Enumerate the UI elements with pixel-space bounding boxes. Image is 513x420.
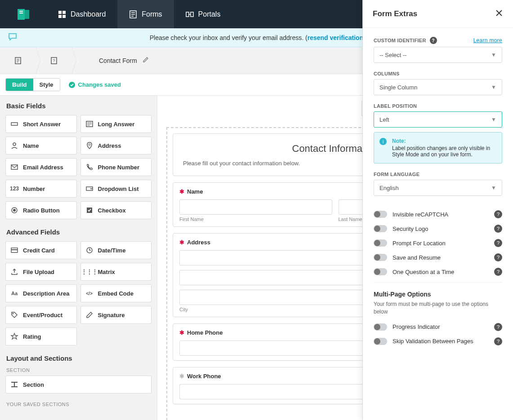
help-icon[interactable]: ? <box>494 225 502 233</box>
section-field-button[interactable]: Section <box>5 376 152 393</box>
logo-icon <box>16 7 31 22</box>
field-signature[interactable]: Signature <box>80 306 152 324</box>
form-icon <box>14 57 22 65</box>
portals-icon <box>186 10 194 18</box>
help-icon[interactable]: ? <box>494 323 502 331</box>
field-address[interactable]: Address <box>80 137 152 155</box>
toggle-switch[interactable] <box>374 338 387 345</box>
field-dropdown-list[interactable]: Dropdown List <box>80 180 152 198</box>
toggle-switch[interactable] <box>374 225 387 232</box>
toggle-row-save-and-resume: Save and Resume? <box>374 253 502 261</box>
field-radio-button[interactable]: Radio Button <box>5 201 77 219</box>
short-icon <box>10 120 18 128</box>
field-date-time[interactable]: Date/Time <box>80 241 152 259</box>
nav-portals-label: Portals <box>198 10 221 18</box>
help-form-icon: ? <box>50 57 58 65</box>
help-icon[interactable]: ? <box>494 210 502 218</box>
dashboard-icon <box>58 10 66 18</box>
first-name-input[interactable] <box>179 199 332 215</box>
star-icon <box>10 332 18 340</box>
toggle-switch[interactable] <box>374 211 387 218</box>
code-icon: </> <box>85 289 94 297</box>
language-select[interactable]: English▼ <box>374 180 502 196</box>
field-number[interactable]: 123Number <box>5 180 77 198</box>
mail-icon <box>10 163 18 171</box>
form-language-label: FORM LANGUAGE <box>374 172 502 177</box>
required-icon: ✱ <box>179 239 184 246</box>
toggle-row-progress-indicator: Progress Indicator? <box>374 323 502 331</box>
resend-link[interactable]: resend verification <box>308 34 364 41</box>
logo[interactable] <box>0 0 46 28</box>
edit-title-icon[interactable] <box>143 57 149 64</box>
pin-icon <box>85 141 94 150</box>
label-position-select[interactable]: Left▼ <box>374 111 502 128</box>
help-icon[interactable]: ? <box>494 268 502 276</box>
field-rating[interactable]: Rating <box>5 327 77 345</box>
toggle-row-invisible-recaptcha: Invisible reCAPTCHA? <box>374 210 502 218</box>
svg-rect-4 <box>58 11 62 14</box>
field-email-address[interactable]: Email Address <box>5 158 77 176</box>
breadcrumb-title: Contact Form <box>72 57 149 64</box>
field-long-answer[interactable]: Long Answer <box>80 115 152 133</box>
help-icon[interactable]: ? <box>494 239 502 247</box>
saved-sections-label: YOUR SAVED SECTIONS <box>6 402 151 407</box>
toggle-switch[interactable] <box>374 268 387 275</box>
fields-sidebar: Basic Fields Short AnswerLong AnswerName… <box>0 96 157 420</box>
svg-rect-6 <box>58 15 62 18</box>
help-icon[interactable]: ? <box>494 253 502 261</box>
section-label: SECTION <box>6 367 151 373</box>
close-icon <box>495 9 503 17</box>
chat-icon[interactable] <box>8 32 17 43</box>
toggle-row-prompt-for-location: Prompt For Location? <box>374 239 502 247</box>
nav-dashboard[interactable]: Dashboard <box>46 0 117 28</box>
changes-saved: Changes saved <box>68 81 121 88</box>
chevron-down-icon: ▼ <box>491 52 496 58</box>
toggle-switch[interactable] <box>374 323 387 331</box>
learn-more-link[interactable]: Learn more <box>473 37 502 44</box>
nav-portals[interactable]: Portals <box>174 0 232 28</box>
style-tab[interactable]: Style <box>33 79 60 91</box>
help-icon[interactable]: ? <box>430 37 437 44</box>
long-icon <box>85 120 94 128</box>
required-icon: ✱ <box>179 329 184 336</box>
toggle-switch[interactable] <box>374 239 387 247</box>
field-short-answer[interactable]: Short Answer <box>5 115 77 133</box>
close-panel-button[interactable] <box>495 8 503 20</box>
svg-rect-2 <box>19 11 23 12</box>
field-description-area[interactable]: AaDescription Area <box>5 284 77 302</box>
field-matrix[interactable]: ⋮⋮⋮Matrix <box>80 263 152 281</box>
svg-point-37 <box>13 313 14 314</box>
nav-forms-label: Forms <box>142 10 162 18</box>
check-circle-icon <box>68 81 76 88</box>
field-credit-card[interactable]: Credit Card <box>5 241 77 259</box>
nav-forms[interactable]: Forms <box>117 0 174 28</box>
svg-rect-1 <box>25 10 29 19</box>
panel-title: Form Extras <box>373 9 417 18</box>
section-icon <box>10 380 18 389</box>
multi-page-desc: Your form must be multi-page to use the … <box>374 301 502 316</box>
svg-rect-5 <box>62 11 66 14</box>
field-file-upload[interactable]: File Upload <box>5 263 77 281</box>
required-icon: ✱ <box>179 188 184 195</box>
field-event-product[interactable]: Event/Product <box>5 306 77 324</box>
help-icon[interactable]: ? <box>494 337 502 345</box>
nav-dashboard-label: Dashboard <box>71 10 106 18</box>
forms-icon <box>129 10 137 18</box>
build-style-segment: Build Style <box>5 78 60 91</box>
svg-text:?: ? <box>53 58 55 63</box>
person-icon <box>10 141 18 150</box>
field-checkbox[interactable]: Checkbox <box>80 201 152 219</box>
chevron-down-icon: ▼ <box>491 116 496 123</box>
breadcrumb-help[interactable]: ? <box>36 47 72 74</box>
toggle-switch[interactable] <box>374 254 387 261</box>
svg-point-28 <box>89 144 90 146</box>
field-phone-number[interactable]: Phone Number <box>80 158 152 176</box>
breadcrumb-home[interactable] <box>0 47 36 74</box>
columns-select[interactable]: Single Column▼ <box>374 79 502 95</box>
svg-rect-0 <box>18 9 25 20</box>
basic-fields-heading: Basic Fields <box>5 102 152 110</box>
custom-id-select[interactable]: -- Select --▼ <box>374 47 502 63</box>
field-embed-code[interactable]: </>Embed Code <box>80 284 152 302</box>
field-name[interactable]: Name <box>5 137 77 155</box>
build-tab[interactable]: Build <box>6 79 33 91</box>
